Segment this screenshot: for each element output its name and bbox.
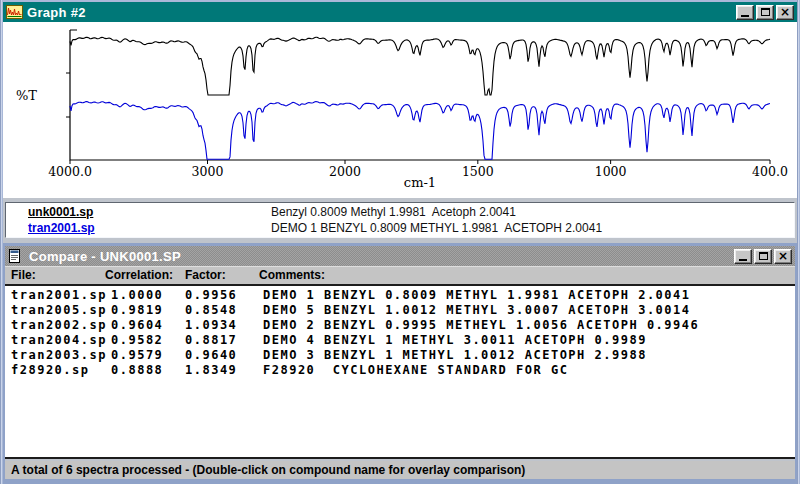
compare-maximize-button[interactable]: [754, 249, 772, 264]
compare-close-button[interactable]: ×: [774, 249, 792, 264]
file-description: Benzyl 0.8009 Methyl 1.9981 Acetoph 2.00…: [271, 204, 516, 220]
application-window: Graph #2 × 4000.03000200015001000400.0 %…: [0, 0, 800, 484]
x-tick-label: 3000: [192, 164, 224, 179]
spectra-legend-panel: unk0001.sp Benzyl 0.8009 Methyl 1.9981 A…: [3, 198, 797, 240]
factor-value: 0.8817: [185, 333, 237, 348]
graph-window-title: Graph #2: [27, 5, 86, 20]
compare-window-title: Compare - UNK0001.SP: [29, 249, 181, 264]
maximize-icon: [759, 252, 768, 260]
factor-value: 1.0934: [185, 318, 237, 333]
compound-file-name[interactable]: tran2005.sp: [11, 303, 107, 318]
spectrum-trace-tran2001sp: [70, 102, 770, 160]
comments-value: DEMO 3 BENZYL 1 METHYL 1.0012 ACETOPH 2.…: [263, 348, 647, 363]
column-header-factor: Factor:: [185, 268, 226, 282]
compare-table[interactable]: tran2001.sp1.00000.9956DEMO 1 BENZYL 0.8…: [5, 284, 795, 459]
spectra-plot: 4000.03000200015001000400.0: [3, 22, 797, 198]
compare-table-row[interactable]: tran2003.sp0.95790.9640DEMO 3 BENZYL 1 M…: [5, 348, 795, 363]
compare-table-row[interactable]: tran2005.sp0.98190.8548DEMO 5 BENZYL 1.0…: [5, 303, 795, 318]
column-header-file: File:: [11, 268, 36, 282]
status-text: A total of 6 spectra processed - (Double…: [11, 463, 525, 477]
file-link-unk0001[interactable]: unk0001.sp: [28, 204, 93, 220]
minimize-icon: [739, 259, 747, 261]
x-tick-label: 1000: [595, 164, 627, 179]
compare-minimize-button[interactable]: [734, 249, 752, 264]
compound-file-name[interactable]: tran2004.sp: [11, 333, 107, 348]
compound-file-name[interactable]: tran2002.sp: [11, 318, 107, 333]
graph-window: Graph #2 × 4000.03000200015001000400.0 %…: [3, 2, 797, 240]
x-tick-label: 4000.0: [48, 164, 92, 179]
legend-row-unknown: unk0001.sp Benzyl 0.8009 Methyl 1.9981 A…: [6, 204, 794, 220]
compare-table-row[interactable]: tran2001.sp1.00000.9956DEMO 1 BENZYL 0.8…: [5, 288, 795, 303]
close-icon: ×: [780, 7, 790, 17]
graph-maximize-button[interactable]: [756, 5, 774, 20]
factor-value: 0.8548: [185, 303, 237, 318]
x-tick-label: 1500: [462, 164, 494, 179]
correlation-value: 0.9819: [111, 303, 163, 318]
correlation-value: 0.9604: [111, 318, 163, 333]
legend-row-match: tran2001.sp DEMO 1 BENZYL 0.8009 METHYL …: [6, 220, 794, 236]
spectrum-chart-icon: [6, 5, 23, 19]
compound-file-name[interactable]: tran2003.sp: [11, 348, 107, 363]
comments-value: DEMO 2 BENZYL 0.9995 METHEYL 1.0056 ACET…: [263, 318, 699, 333]
column-header-comments: Comments:: [259, 268, 325, 282]
close-icon: ×: [778, 251, 788, 261]
file-link-tran2001[interactable]: tran2001.sp: [28, 220, 95, 236]
compare-window: Compare - UNK0001.SP × File: Correlation…: [2, 243, 798, 482]
compare-table-header: File: Correlation: Factor: Comments:: [5, 266, 795, 284]
spectra-legend-list: unk0001.sp Benzyl 0.8009 Methyl 1.9981 A…: [5, 202, 795, 238]
correlation-value: 1.0000: [111, 288, 163, 303]
factor-value: 1.8349: [185, 363, 237, 378]
spectra-plot-area[interactable]: 4000.03000200015001000400.0 %T cm-1: [3, 22, 797, 198]
minimize-icon: [741, 15, 749, 17]
graph-close-button[interactable]: ×: [776, 5, 794, 20]
correlation-value: 0.8888: [111, 363, 163, 378]
spectrum-trace-unk0001sp: [70, 37, 770, 95]
compare-window-titlebar[interactable]: Compare - UNK0001.SP ×: [5, 246, 795, 266]
factor-value: 0.9640: [185, 348, 237, 363]
graph-window-titlebar[interactable]: Graph #2 ×: [3, 2, 797, 22]
comments-value: DEMO 4 BENZYL 1 METHYL 3.0011 ACETOPH 0.…: [263, 333, 647, 348]
comments-value: DEMO 1 BENZYL 0.8009 METHYL 1.9981 ACETO…: [263, 288, 691, 303]
x-tick-label: 2000: [329, 164, 361, 179]
x-tick-label: 400.0: [752, 164, 788, 179]
column-header-correlation: Correlation:: [105, 268, 173, 282]
compound-file-name[interactable]: f28920.sp: [11, 363, 90, 378]
maximize-icon: [761, 8, 770, 16]
graph-minimize-button[interactable]: [736, 5, 754, 20]
x-axis-label: cm-1: [404, 175, 436, 190]
compare-table-row[interactable]: tran2002.sp0.96041.0934DEMO 2 BENZYL 0.9…: [5, 318, 795, 333]
compare-table-row[interactable]: f28920.sp0.88881.8349F28920 CYCLOHEXANE …: [5, 363, 795, 378]
compound-file-name[interactable]: tran2001.sp: [11, 288, 107, 303]
correlation-value: 0.9582: [111, 333, 163, 348]
window-frame-left: [0, 0, 3, 484]
factor-value: 0.9956: [185, 288, 237, 303]
comments-value: DEMO 5 BENZYL 1.0012 METHYL 3.0007 ACETO…: [263, 303, 691, 318]
window-frame-top: [0, 0, 800, 2]
compare-table-row[interactable]: tran2004.sp0.95820.8817DEMO 4 BENZYL 1 M…: [5, 333, 795, 348]
document-icon: [8, 249, 25, 263]
comments-value: F28920 CYCLOHEXANE STANDARD FOR GC: [263, 363, 568, 378]
correlation-value: 0.9579: [111, 348, 163, 363]
file-description: DEMO 1 BENZYL 0.8009 METHYL 1.9981 ACETO…: [271, 220, 602, 236]
status-bar: A total of 6 spectra processed - (Double…: [5, 461, 795, 479]
y-axis-label: %T: [16, 88, 37, 103]
